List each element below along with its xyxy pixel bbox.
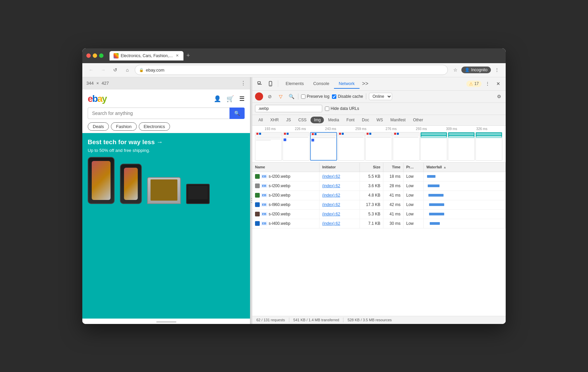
tab-elements[interactable]: Elements bbox=[281, 79, 308, 89]
resource-icon-1 bbox=[255, 174, 260, 179]
more-tabs-button[interactable]: >> bbox=[360, 81, 371, 87]
th-priority[interactable]: Pr… bbox=[404, 163, 424, 172]
tab-console[interactable]: Console bbox=[308, 79, 334, 89]
thumb-frame-1[interactable] bbox=[255, 132, 282, 161]
table-row[interactable]: EB s-l400.webp (index):62 7.1 KB 30 ms L… bbox=[252, 219, 506, 229]
hide-data-urls-checkbox[interactable]: Hide data URLs bbox=[325, 106, 359, 111]
record-button[interactable] bbox=[255, 92, 263, 100]
tab-network[interactable]: Network bbox=[334, 79, 360, 89]
new-tab-button[interactable]: + bbox=[183, 51, 193, 60]
account-icon[interactable]: 👤 bbox=[214, 95, 221, 102]
td-time-1: 18 ms bbox=[383, 172, 404, 181]
table-row[interactable]: EB s-l200.webp (index):62 5.3 KB 41 ms L… bbox=[252, 210, 506, 219]
thumb-frame-5[interactable] bbox=[365, 132, 392, 161]
td-initiator-6[interactable]: (index):62 bbox=[320, 219, 360, 228]
table-row[interactable]: EB s-l200.webp (index):62 5.5 KB 18 ms L… bbox=[252, 172, 506, 181]
td-initiator-2[interactable]: (index):62 bbox=[320, 181, 360, 191]
filter-button[interactable]: ▽ bbox=[277, 92, 285, 100]
type-font[interactable]: Font bbox=[343, 117, 358, 123]
thumb-inner-3 bbox=[311, 133, 336, 160]
device-toolbar-button[interactable] bbox=[266, 79, 275, 88]
disable-cache-input[interactable] bbox=[332, 94, 336, 99]
filter-row: Hide data URLs bbox=[252, 103, 506, 115]
table-row[interactable]: EB s-l200.webp (index):62 4.8 KB 41 ms L… bbox=[252, 191, 506, 200]
bookmark-button[interactable]: ☆ bbox=[451, 65, 460, 75]
thumb-frame-8[interactable] bbox=[448, 132, 475, 161]
forward-button[interactable]: → bbox=[98, 65, 108, 75]
traffic-lights bbox=[86, 53, 103, 58]
ebay-nav-deals[interactable]: Deals bbox=[88, 122, 109, 131]
preserve-log-checkbox[interactable]: Preserve log bbox=[301, 94, 329, 99]
incognito-button[interactable]: 👤 Incognito bbox=[461, 67, 491, 73]
thumb-frame-4[interactable] bbox=[338, 132, 365, 161]
tab-close-button[interactable]: ✕ bbox=[175, 53, 179, 58]
disable-cache-checkbox[interactable]: Disable cache bbox=[332, 94, 363, 99]
ebay-search-input[interactable] bbox=[88, 108, 229, 119]
inspect-element-button[interactable] bbox=[255, 79, 264, 88]
home-button[interactable]: ⌂ bbox=[123, 65, 132, 75]
warning-count: 17 bbox=[474, 81, 479, 86]
type-js[interactable]: JS bbox=[283, 117, 294, 123]
browser-menu-button[interactable]: ⋮ bbox=[492, 65, 502, 75]
reload-button[interactable]: ↺ bbox=[111, 65, 120, 75]
td-initiator-3[interactable]: (index):62 bbox=[320, 191, 360, 200]
thumb-frame-7[interactable] bbox=[420, 132, 447, 161]
th-size[interactable]: Size bbox=[360, 163, 383, 172]
td-initiator-4[interactable]: (index):62 bbox=[320, 200, 360, 209]
td-initiator-1[interactable]: (index):62 bbox=[320, 172, 360, 181]
minimize-button[interactable] bbox=[93, 53, 97, 58]
menu-icon[interactable]: ☰ bbox=[239, 95, 245, 102]
resource-icon-6 bbox=[255, 221, 260, 226]
active-tab[interactable]: Electronics, Cars, Fashion, Col ✕ bbox=[110, 51, 183, 60]
throttling-select[interactable]: Online bbox=[369, 93, 392, 100]
type-manifest[interactable]: Manifest bbox=[387, 117, 409, 123]
type-ws[interactable]: WS bbox=[373, 117, 386, 123]
type-img[interactable]: Img bbox=[310, 117, 324, 123]
close-button[interactable] bbox=[86, 53, 91, 58]
thumb-inner-2 bbox=[283, 132, 309, 160]
thumb-frame-2[interactable] bbox=[283, 132, 309, 161]
th-initiator[interactable]: Initiator bbox=[320, 163, 360, 172]
maximize-button[interactable] bbox=[99, 53, 103, 58]
warning-badge[interactable]: ⚠ 17 bbox=[466, 81, 481, 87]
viewport-menu[interactable]: ⋮ bbox=[241, 80, 246, 86]
timeline-section: 193 ms 226 ms 243 ms 259 ms 276 ms 293 m… bbox=[252, 126, 506, 163]
tick-193: 193 ms bbox=[255, 127, 285, 131]
table-row[interactable]: EB s-l200.webp (index):62 3.6 KB 28 ms L… bbox=[252, 181, 506, 191]
type-xhr[interactable]: XHR bbox=[267, 117, 282, 123]
type-css[interactable]: CSS bbox=[295, 117, 310, 123]
clear-button[interactable]: ⊘ bbox=[266, 92, 274, 100]
logo-a: a bbox=[97, 93, 102, 104]
network-settings-button[interactable]: ⚙ bbox=[495, 92, 503, 100]
preserve-log-input[interactable] bbox=[301, 94, 305, 99]
type-media[interactable]: Media bbox=[325, 117, 342, 123]
ebay-search-button[interactable]: 🔍 bbox=[229, 108, 245, 119]
search-button[interactable]: 🔍 bbox=[287, 92, 295, 100]
thumb-frame-6[interactable] bbox=[393, 132, 420, 161]
ebay-nav-electronics[interactable]: Electronics bbox=[139, 122, 170, 131]
type-other[interactable]: Other bbox=[410, 117, 426, 123]
title-bar: Electronics, Cars, Fashion, Col ✕ + bbox=[82, 48, 506, 63]
th-time[interactable]: Time bbox=[383, 163, 404, 172]
type-all[interactable]: All bbox=[255, 117, 266, 123]
devtools-tabs: Elements Console Network >> bbox=[281, 79, 465, 89]
th-waterfall[interactable]: Waterfall ▲ bbox=[424, 163, 506, 172]
address-bar-input[interactable]: 🔒 ebay.com bbox=[135, 65, 448, 75]
table-row[interactable]: EB s-l960.webp (index):62 17.3 KB 42 ms … bbox=[252, 200, 506, 210]
ebay-nav-fashion[interactable]: Fashion bbox=[111, 122, 136, 131]
type-doc[interactable]: Doc bbox=[359, 117, 372, 123]
hero-product-images bbox=[88, 157, 245, 204]
hide-data-urls-input[interactable] bbox=[325, 107, 329, 111]
cart-icon[interactable]: 🛒 bbox=[226, 95, 234, 102]
timeline-ticks: 193 ms 226 ms 243 ms 259 ms 276 ms 293 m… bbox=[252, 127, 506, 131]
devtools-settings-button[interactable]: ⋮ bbox=[483, 79, 492, 88]
back-button[interactable]: ← bbox=[86, 65, 96, 75]
devtools-close-button[interactable]: ✕ bbox=[494, 79, 503, 88]
tick-259: 259 ms bbox=[346, 127, 376, 131]
th-name[interactable]: Name bbox=[252, 163, 320, 172]
ebay-header-icons: 👤 🛒 ☰ bbox=[214, 95, 245, 102]
thumb-frame-9[interactable] bbox=[475, 132, 502, 161]
filter-input[interactable] bbox=[255, 105, 322, 112]
thumb-frame-3[interactable] bbox=[310, 132, 337, 161]
td-initiator-5[interactable]: (index):62 bbox=[320, 210, 360, 219]
